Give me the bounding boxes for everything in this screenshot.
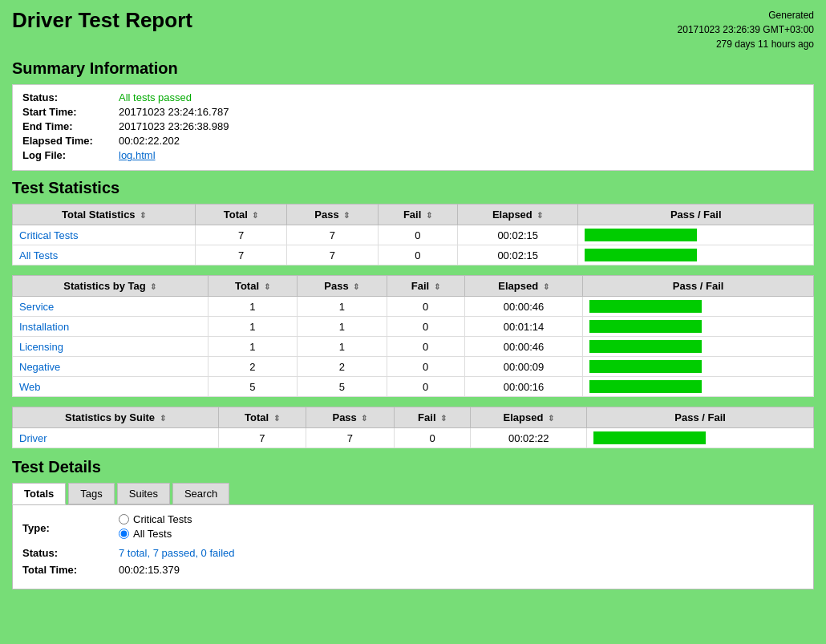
row-elapsed: 00:02:15 (457, 225, 577, 245)
suite-col-pass: Pass ⇕ (306, 407, 395, 428)
row-fail: 0 (387, 317, 464, 337)
row-name[interactable]: Negative (13, 357, 209, 377)
statistics-heading: Test Statistics (12, 179, 814, 197)
table-row: Installation11000:01:14 (13, 317, 814, 337)
radio-group: Critical Tests All Tests (119, 513, 192, 542)
passfail-bar-container (589, 340, 702, 353)
passfail-bar (589, 340, 702, 353)
row-name[interactable]: Critical Tests (13, 225, 196, 245)
tab-suites[interactable]: Suites (117, 483, 170, 504)
logfile-value[interactable]: log.html (119, 149, 156, 161)
tag-col-elapsed: Elapsed ⇕ (464, 276, 582, 297)
row-fail: 0 (387, 357, 464, 377)
table-row: Critical Tests77000:02:15 (13, 225, 814, 245)
row-pass: 1 (297, 317, 387, 337)
row-passfail-bar (583, 317, 814, 337)
logfile-label: Log File: (22, 149, 119, 161)
row-passfail-bar (583, 357, 814, 377)
status-value: All tests passed (119, 91, 192, 103)
total-col-pass: Pass ⇕ (286, 205, 378, 225)
row-fail: 0 (387, 337, 464, 357)
summary-status-row: Status: All tests passed (22, 91, 804, 103)
table-row: Negative22000:00:09 (13, 357, 814, 377)
row-name[interactable]: Licensing (13, 337, 209, 357)
tag-col-pass: Pass ⇕ (297, 276, 387, 297)
total-col-elapsed: Elapsed ⇕ (457, 205, 577, 225)
tag-col-name: Statistics by Tag ⇕ (13, 276, 209, 297)
passfail-bar-container (589, 380, 702, 393)
total-col-passfail: Pass / Fail (578, 205, 814, 225)
row-total: 7 (196, 225, 286, 245)
row-pass: 7 (306, 428, 395, 448)
tag-col-fail: Fail ⇕ (387, 276, 464, 297)
radio-all-input[interactable] (119, 529, 129, 539)
suite-col-passfail: Pass / Fail (587, 407, 814, 428)
total-col-name: Total Statistics ⇕ (13, 205, 196, 225)
summary-elapsed-row: Elapsed Time: 00:02:22.202 (22, 135, 804, 147)
details-box: Type: Critical Tests All Tests Status: 7… (12, 504, 814, 589)
suite-statistics-table: Statistics by Suite ⇕ Total ⇕ Pass ⇕ Fai… (12, 407, 814, 448)
summary-starttime-row: Start Time: 20171023 23:24:16.787 (22, 106, 804, 118)
passfail-bar (585, 249, 697, 261)
totaltime-label: Total Time: (22, 564, 119, 576)
elapsed-value: 00:02:22.202 (119, 135, 180, 147)
row-total: 7 (218, 428, 306, 448)
row-name[interactable]: Service (13, 297, 209, 317)
suite-col-total: Total ⇕ (218, 407, 306, 428)
starttime-label: Start Time: (22, 106, 119, 118)
row-total: 7 (196, 245, 286, 265)
table-row: Driver77000:02:22 (13, 428, 814, 448)
tag-statistics-table: Statistics by Tag ⇕ Total ⇕ Pass ⇕ Fail … (12, 275, 814, 397)
radio-all: All Tests (119, 528, 192, 540)
details-status-label: Status: (22, 547, 119, 559)
row-total: 1 (208, 337, 297, 357)
summary-endtime-row: End Time: 20171023 23:26:38.989 (22, 120, 804, 132)
type-label: Type: (22, 522, 119, 534)
row-passfail-bar (583, 377, 814, 397)
row-name[interactable]: Installation (13, 317, 209, 337)
passfail-bar-container (589, 320, 702, 333)
passfail-bar (589, 300, 702, 313)
row-elapsed: 00:02:15 (457, 245, 577, 265)
totaltime-row: Total Time: 00:02:15.379 (22, 564, 804, 576)
passfail-bar (585, 229, 697, 241)
table-row: Web55000:00:16 (13, 377, 814, 397)
table-row: All Tests77000:02:15 (13, 245, 814, 265)
summary-heading: Summary Information (12, 59, 814, 78)
row-fail: 0 (378, 225, 457, 245)
suite-col-elapsed: Elapsed ⇕ (471, 407, 587, 428)
tab-totals[interactable]: Totals (12, 483, 66, 504)
row-passfail-bar (578, 225, 814, 245)
generated-ago: 279 days 11 hours ago (716, 38, 814, 50)
tab-search[interactable]: Search (172, 483, 229, 504)
tab-tags[interactable]: Tags (68, 483, 114, 504)
row-passfail-bar (583, 297, 814, 317)
row-total: 5 (208, 377, 297, 397)
radio-critical-label: Critical Tests (133, 513, 192, 525)
row-elapsed: 00:00:09 (464, 357, 582, 377)
total-col-total: Total ⇕ (196, 205, 286, 225)
row-fail: 0 (378, 245, 457, 265)
row-name[interactable]: All Tests (13, 245, 196, 265)
table-row: Service11000:00:46 (13, 297, 814, 317)
row-pass: 2 (297, 357, 387, 377)
row-name[interactable]: Driver (13, 428, 219, 448)
total-col-fail: Fail ⇕ (378, 205, 457, 225)
passfail-bar (589, 380, 702, 393)
status-row: Status: 7 total, 7 passed, 0 failed (22, 547, 804, 559)
row-total: 1 (208, 297, 297, 317)
page-title: Driver Test Report (12, 8, 192, 33)
type-row: Type: Critical Tests All Tests (22, 513, 804, 542)
radio-critical: Critical Tests (119, 513, 192, 525)
row-name[interactable]: Web (13, 377, 209, 397)
row-pass: 1 (297, 297, 387, 317)
details-status-value: 7 total, 7 passed, 0 failed (119, 547, 235, 559)
generated-label: Generated (768, 10, 814, 21)
elapsed-label: Elapsed Time: (22, 135, 119, 147)
radio-critical-input[interactable] (119, 514, 129, 525)
row-elapsed: 00:00:16 (464, 377, 582, 397)
passfail-bar-container (585, 249, 697, 261)
test-details-heading: Test Details (12, 458, 814, 476)
row-pass: 7 (286, 225, 378, 245)
row-passfail-bar (583, 337, 814, 357)
